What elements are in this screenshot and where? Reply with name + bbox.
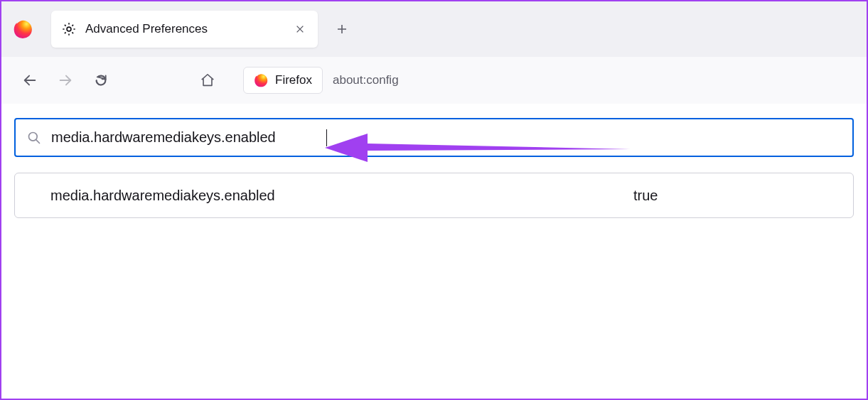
firefox-app-icon — [9, 15, 37, 43]
search-icon — [27, 131, 41, 145]
pref-search-box[interactable] — [14, 118, 854, 157]
pref-search-input[interactable] — [51, 129, 336, 146]
back-button[interactable] — [16, 66, 44, 94]
forward-button[interactable] — [51, 66, 80, 94]
svg-point-1 — [67, 27, 71, 31]
new-tab-button[interactable] — [328, 15, 356, 43]
page-content: media.hardwaremediakeys.enabled true — [1, 104, 867, 231]
url-bar[interactable]: Firefox about:config — [243, 67, 409, 94]
text-cursor — [326, 129, 327, 146]
gear-icon — [61, 21, 77, 37]
pref-row[interactable]: media.hardwaremediakeys.enabled true — [14, 173, 854, 218]
nav-toolbar: Firefox about:config — [1, 57, 867, 104]
reload-button[interactable] — [87, 66, 115, 94]
pref-name: media.hardwaremediakeys.enabled — [50, 188, 633, 204]
identity-label: Firefox — [275, 73, 312, 87]
browser-tab[interactable]: Advanced Preferences — [51, 11, 318, 48]
url-text: about:config — [323, 73, 409, 87]
identity-box[interactable]: Firefox — [243, 67, 323, 94]
home-button[interactable] — [193, 66, 222, 94]
pref-value: true — [633, 188, 658, 204]
tab-strip: Advanced Preferences — [1, 1, 867, 57]
firefox-brand-icon — [254, 73, 268, 87]
tab-title: Advanced Preferences — [85, 22, 284, 36]
close-icon[interactable] — [292, 21, 308, 37]
